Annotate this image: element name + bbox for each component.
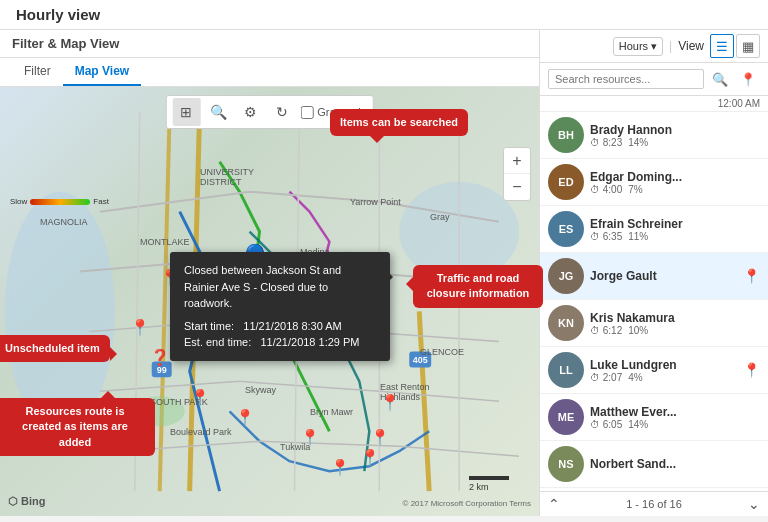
resource-list[interactable]: BHBrady Hannon⏱ 8:2314%EDEdgar Doming...… [540, 112, 768, 491]
scale-label: 2 km [469, 482, 489, 492]
next-arrow[interactable]: ⌄ [748, 496, 760, 512]
marker-orange-1[interactable]: 📍 [380, 393, 400, 412]
resource-name: Luke Lundgren [590, 358, 737, 372]
marker-question[interactable]: ❓ [150, 348, 170, 367]
popup-start-value: 11/21/2018 8:30 AM [243, 320, 341, 332]
resource-item[interactable]: LLLuke Lundgren⏱ 2:074%📍 [540, 347, 768, 394]
resource-item[interactable]: BHBrady Hannon⏱ 8:2314% [540, 112, 768, 159]
resource-time: ⏱ 6:05 [590, 419, 622, 430]
top-bar: Hours ▾ | View ☰ ▦ [540, 30, 768, 63]
resource-pct: 11% [628, 231, 648, 242]
resource-item[interactable]: EDEdgar Doming...⏱ 4:007% [540, 159, 768, 206]
annotation-route-text: Resources route is created as items are … [22, 405, 128, 448]
resource-item[interactable]: JGJorge Gault📍 [540, 253, 768, 300]
hours-btn[interactable]: Hours ▾ [613, 37, 663, 56]
resource-info: Edgar Doming...⏱ 4:007% [590, 170, 760, 195]
marker-blue-2[interactable]: 📍 [130, 318, 150, 337]
resource-item[interactable]: MEMatthew Ever...⏱ 6:0514% [540, 394, 768, 441]
scale-bar [469, 476, 509, 480]
annotation-traffic: Traffic and road closure information [413, 265, 543, 308]
annotation-traffic-text: Traffic and road closure information [427, 272, 530, 299]
panel-header: Filter & Map View [0, 30, 539, 58]
gantt-view-btn[interactable]: ▦ [736, 34, 760, 58]
resource-name: Norbert Sand... [590, 457, 760, 471]
resource-time: ⏱ 6:35 [590, 231, 622, 242]
tab-filter[interactable]: Filter [12, 58, 63, 86]
marker-blue-7[interactable]: 📍 [330, 458, 350, 477]
resource-pct: 10% [628, 325, 648, 336]
resource-item[interactable]: NSNorbert Sand... [540, 441, 768, 488]
resource-time: ⏱ 4:00 [590, 184, 622, 195]
main-container: Filter & Map View Filter Map View [0, 30, 768, 516]
resource-item[interactable]: ESEfrain Schreiner⏱ 6:3511% [540, 206, 768, 253]
resource-item[interactable]: KNKris Nakamura⏱ 6:1210% [540, 300, 768, 347]
resource-meta: ⏱ 6:3511% [590, 231, 760, 242]
resource-name: Matthew Ever... [590, 405, 760, 419]
location-btn[interactable]: 📍 [736, 67, 760, 91]
resource-meta: ⏱ 2:074% [590, 372, 737, 383]
bottom-bar: ⌃ 1 - 16 of 16 ⌄ [540, 491, 768, 516]
resource-info: Jorge Gault [590, 269, 737, 283]
marker-green-5[interactable]: 📍 [360, 448, 380, 467]
avatar: LL [548, 352, 584, 388]
traffic-color-bar: Slow Fast [10, 197, 109, 206]
marker-blue-4[interactable]: 📍 [190, 388, 210, 407]
popup-end: Est. end time: 11/21/2018 1:29 PM [184, 334, 376, 351]
search-tool-btn[interactable]: 🔍 [204, 98, 232, 126]
copyright: © 2017 Microsoft Corporation Terms [403, 499, 531, 508]
resource-meta: ⏱ 8:2314% [590, 137, 760, 148]
resource-name: Kris Nakamura [590, 311, 760, 325]
resource-meta: ⏱ 6:0514% [590, 419, 760, 430]
resource-info: Norbert Sand... [590, 457, 760, 471]
svg-text:405: 405 [413, 355, 428, 365]
fast-label: Fast [93, 197, 109, 206]
divider: | [669, 39, 672, 53]
resource-pct: 7% [628, 184, 642, 195]
resource-time: ⏱ 8:23 [590, 137, 622, 148]
hours-chevron-icon: ▾ [651, 40, 657, 53]
avatar: BH [548, 117, 584, 153]
grid-tool-btn[interactable]: ⊞ [172, 98, 200, 126]
grayscale-checkbox[interactable] [300, 106, 313, 119]
marker-blue-6[interactable]: 📍 [300, 428, 320, 447]
avatar: NS [548, 446, 584, 482]
avatar: JG [548, 258, 584, 294]
resource-pin-icon[interactable]: 📍 [743, 362, 760, 378]
refresh-tool-btn[interactable]: ↻ [268, 98, 296, 126]
resource-name: Edgar Doming... [590, 170, 760, 184]
zoom-in-btn[interactable]: + [504, 148, 530, 174]
view-icons: ☰ ▦ [710, 34, 760, 58]
annotation-search: Items can be searched [330, 109, 468, 136]
prev-arrow[interactable]: ⌃ [548, 496, 560, 512]
search-input[interactable] [548, 69, 704, 89]
resource-name: Brady Hannon [590, 123, 760, 137]
tab-bar: Filter Map View [0, 58, 539, 87]
avatar: ES [548, 211, 584, 247]
marker-green-4[interactable]: 📍 [370, 428, 390, 447]
resource-name: Efrain Schreiner [590, 217, 760, 231]
resource-info: Efrain Schreiner⏱ 6:3511% [590, 217, 760, 242]
marker-blue-5[interactable]: 📍 [235, 408, 255, 427]
settings-tool-btn[interactable]: ⚙ [236, 98, 264, 126]
annotation-unscheduled-text: Unscheduled item [5, 342, 100, 354]
tab-map-view[interactable]: Map View [63, 58, 141, 86]
zoom-out-btn[interactable]: − [504, 174, 530, 200]
annotation-search-text: Items can be searched [340, 116, 458, 128]
resource-pin-icon[interactable]: 📍 [743, 268, 760, 284]
hours-label: Hours [619, 40, 648, 52]
avatar: KN [548, 305, 584, 341]
resource-info: Luke Lundgren⏱ 2:074% [590, 358, 737, 383]
avatar: ED [548, 164, 584, 200]
list-view-btn[interactable]: ☰ [710, 34, 734, 58]
bubble-arrow [399, 277, 413, 291]
annotation-unscheduled: Unscheduled item [0, 335, 110, 362]
time-header-label: 12:00 AM [718, 98, 760, 109]
resource-time: ⏱ 6:12 [590, 325, 622, 336]
resource-info: Brady Hannon⏱ 8:2314% [590, 123, 760, 148]
resource-pct: 14% [628, 137, 648, 148]
traffic-popup: Closed between Jackson St and Rainier Av… [170, 252, 390, 361]
nav-arrows: ⌃ [548, 496, 560, 512]
traffic-gradient [30, 199, 90, 205]
search-icon-btn[interactable]: 🔍 [708, 67, 732, 91]
resource-pct: 14% [628, 419, 648, 430]
